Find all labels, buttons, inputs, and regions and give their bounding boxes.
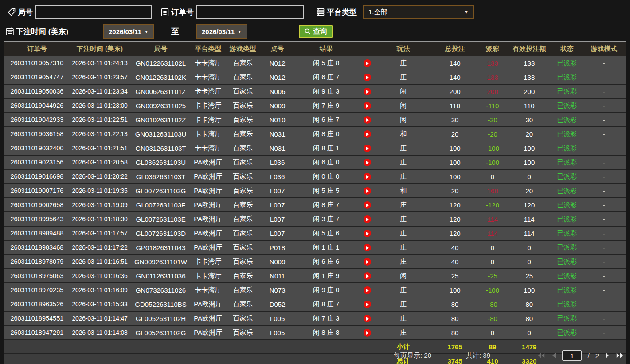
platform-type-select[interactable]: 1.全部 ▼ [363,5,474,19]
play-video-icon[interactable] [364,130,371,138]
cell-valid: 100 [507,155,552,169]
play-video-icon[interactable] [364,301,371,308]
table-row: 2603110190573102026-03-11 01:24:13GN0122… [4,56,626,70]
cell-table: L005 [262,325,293,340]
cell-time: 2026-03-11 01:15:33 [70,297,130,311]
play-video-icon[interactable] [364,116,371,124]
round-number-input[interactable] [35,5,152,19]
play-video-icon[interactable] [364,201,371,209]
play-video-icon[interactable] [364,88,371,95]
cell-platform: PA欧洲厅 [192,297,224,311]
play-video-icon[interactable] [364,315,371,322]
cell-payout: 133 [478,70,506,84]
prev-page-icon[interactable] [551,352,556,359]
cell-play [359,113,375,127]
play-video-icon[interactable] [364,187,371,195]
date-from-picker[interactable]: 2026/03/11 ▼ [103,24,154,39]
cell-time: 2026-03-11 01:20:58 [70,155,130,169]
cell-payout: 0 [478,325,506,340]
search-button[interactable]: 查询 [299,25,333,38]
next-page-icon[interactable] [605,352,610,359]
table-row: 2603110190324002026-03-11 01:21:51GN0312… [4,141,626,155]
cell-play [359,269,375,283]
cell-order: 260311018954551 [4,311,70,325]
cell-wager: 和 [376,127,431,141]
cell-order: 260311019054747 [4,70,70,84]
cell-platform: PA欧洲厅 [192,212,224,226]
platform-list-icon [316,8,325,16]
cell-payout: 0 [478,240,506,254]
first-page-icon[interactable] [537,352,545,359]
cell-order: 260311018989488 [4,226,70,240]
cell-game: 百家乐 [224,141,262,155]
cell-round: GD052263110BS [129,297,192,311]
play-video-icon[interactable] [364,286,371,294]
play-video-icon[interactable] [364,74,371,81]
cell-time: 2026-03-11 01:16:36 [70,269,130,283]
cell-platform: PA欧洲厅 [192,311,224,325]
cell-game: 百家乐 [224,311,262,325]
cell-mode: - [582,283,626,297]
cell-mode: - [582,226,626,240]
cell-play [359,98,375,113]
play-video-icon[interactable] [364,173,371,180]
cell-status: 已派彩 [552,84,582,98]
cell-time: 2026-03-11 01:22:13 [70,127,130,141]
play-video-icon[interactable] [364,215,371,223]
play-video-icon[interactable] [364,258,371,266]
cell-mode: - [582,311,626,325]
page-number-input[interactable]: 1 [562,350,582,361]
play-video-icon[interactable] [364,59,371,67]
cell-wager: 闲 [376,269,431,283]
cell-result: 闲 0 庄 0 [293,169,359,184]
cell-result: 闲 8 庄 7 [293,198,359,212]
cell-round: GN0102631102Z [129,113,192,127]
cell-play [359,84,375,98]
play-video-icon[interactable] [364,329,371,337]
play-video-icon[interactable] [364,272,371,280]
cell-game: 百家乐 [224,184,262,198]
cell-wager: 庄 [376,325,431,340]
table-row: 2603110189702352026-03-11 01:16:09GN0732… [4,283,626,297]
cell-time: 2026-03-11 01:23:57 [70,70,130,84]
cell-total: 100 [431,155,479,169]
cell-status: 已派彩 [552,226,582,240]
play-video-icon[interactable] [364,145,371,152]
last-page-icon[interactable] [616,352,624,359]
cell-total: 80 [431,325,479,340]
cell-table: N006 [262,84,293,98]
cell-game: 百家乐 [224,254,262,269]
cell-platform: 卡卡湾厅 [192,269,224,283]
cell-payout: -100 [478,283,506,297]
play-video-icon[interactable] [364,244,371,251]
cell-table: L036 [262,169,293,184]
cell-game: 百家乐 [224,269,262,283]
cell-wager: 庄 [376,297,431,311]
table-row: 2603110190231562026-03-11 01:20:58GL0362… [4,155,626,169]
cell-total: 140 [431,70,479,84]
cell-total: 120 [431,198,479,212]
cell-platform: 卡卡湾厅 [192,283,224,297]
cell-status: 已派彩 [552,98,582,113]
cell-valid: 0 [507,169,552,184]
cell-payout: -100 [478,141,506,155]
play-video-icon[interactable] [364,159,371,166]
cell-mode: - [582,141,626,155]
play-video-icon[interactable] [364,230,371,237]
cell-payout: 114 [478,212,506,226]
order-number-input[interactable] [196,5,304,19]
cell-time: 2026-03-11 01:21:51 [70,141,130,155]
cell-platform: 卡卡湾厅 [192,70,224,84]
calendar-icon [5,27,14,36]
cell-order: 260311018975063 [4,269,70,283]
date-to-picker[interactable]: 2026/03/11 ▼ [196,24,247,39]
cell-table: L007 [262,184,293,198]
cell-order: 260311018978079 [4,254,70,269]
cell-wager: 闲 [376,113,431,127]
cell-payout: -30 [478,113,506,127]
cell-status: 已派彩 [552,283,582,297]
cell-table: N009 [262,98,293,113]
cell-play [359,283,375,297]
records-table: 订单号下注时间 (美东)局号平台类型游戏类型桌号结果玩法总投注派彩有效投注额状态… [4,41,626,364]
play-video-icon[interactable] [364,102,371,110]
